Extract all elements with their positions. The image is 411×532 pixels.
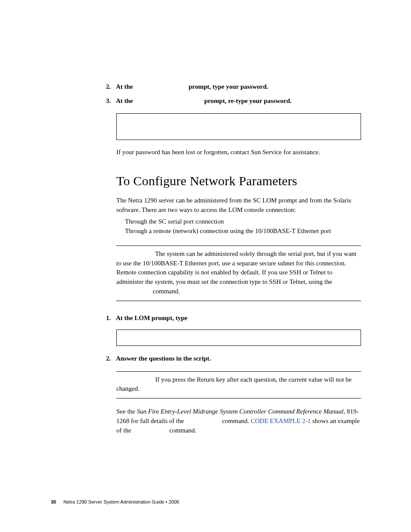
page-footer: 30 Netra 1290 Server System Administrati… [51, 499, 362, 504]
document-page: 2. At the Enter new password prompt, typ… [0, 0, 411, 532]
code-example-link[interactable]: CODE EXAMPLE 2-1 [251, 417, 311, 424]
note-body: The system can be administered solely th… [116, 250, 356, 285]
step-text: Answer the questions in the script. [116, 355, 211, 362]
note-block-1: Note – The system can be administered so… [116, 246, 361, 301]
page-number: 30 [51, 499, 56, 504]
password-lost-paragraph: If your password has been lost or forgot… [116, 148, 362, 157]
note-tail: command. [151, 288, 180, 295]
note-block-2: Note – If you press the Return key after… [116, 371, 361, 399]
step-text-a: At the [116, 97, 134, 104]
ref-a: See the [116, 408, 137, 415]
code-block-small [116, 330, 361, 346]
section-heading: To Configure Network Parameters [116, 174, 362, 188]
footer-text: Netra 1290 Server System Administration … [63, 499, 179, 504]
bullet-list: Through the SC serial port connection Th… [125, 217, 362, 236]
step-number: 2. [106, 82, 115, 92]
step-2-line: 2. At the Enter new password prompt, typ… [106, 82, 362, 92]
step-number: 3. [106, 96, 115, 106]
note-body: If you press the Return key after each q… [116, 376, 352, 392]
bullet-item: Through the SC serial port connection [125, 217, 362, 227]
main-content: 2. At the Enter new password prompt, typ… [106, 82, 362, 435]
code-block [116, 113, 361, 140]
step-text-b: prompt, re-type your password. [202, 97, 292, 104]
ref-c: command. [221, 417, 251, 424]
step-1-line: 1. At the LOM prompt, type setupnetwork [106, 313, 362, 323]
bullet-item: Through a remote (network) connection us… [125, 227, 362, 236]
ref-e: command. [168, 427, 196, 434]
step-2b-line: 2. Answer the questions in the script. [106, 354, 362, 364]
step-text-a: At the [116, 83, 134, 90]
intro-paragraph: The Netra 1290 server can be administere… [116, 196, 362, 215]
step-number: 1. [106, 313, 115, 323]
reference-paragraph: See the Sun Fire Entry-Level Midrange Sy… [116, 407, 361, 435]
step-text-b: prompt, type your password. [187, 83, 268, 90]
ref-title: Sun Fire Entry-Level Midrange System Con… [137, 408, 343, 415]
step-text: At the LOM prompt, type [116, 314, 189, 321]
step-3-line: 3. At the Enter new password again promp… [106, 96, 362, 106]
step-number: 2. [106, 354, 115, 364]
